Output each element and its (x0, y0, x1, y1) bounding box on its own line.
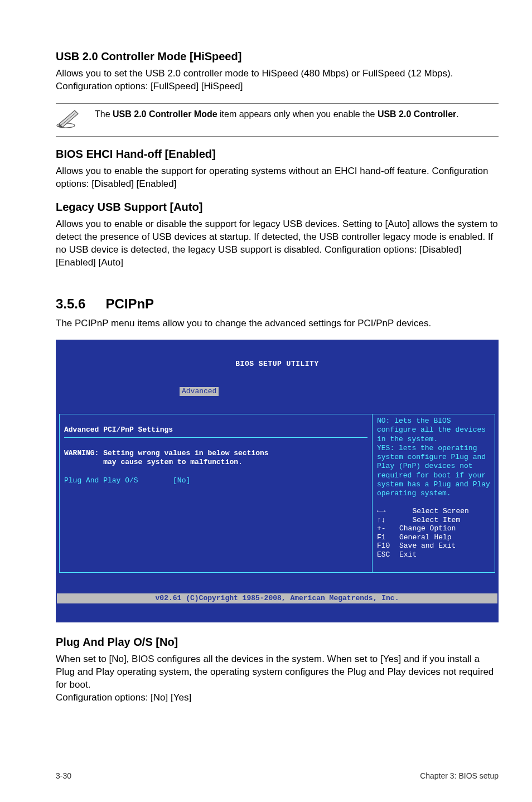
key-select-item: Select Item (412, 516, 460, 524)
bios-screenshot: BIOS SETUP UTILITY Advanced Advanced PCI… (56, 340, 499, 622)
heading-legacy-usb: Legacy USB Support [Auto] (56, 201, 499, 214)
section-title: PCIPnP (105, 296, 154, 312)
page: USB 2.0 Controller Mode [HiSpeed] Allows… (0, 0, 532, 802)
section-intro-pcipnp: The PCIPnP menu items allow you to chang… (56, 317, 499, 330)
divider (56, 136, 499, 137)
bios-footer: v02.61 (C)Copyright 1985-2008, American … (57, 593, 497, 603)
note-text: The USB 2.0 Controller Mode item appears… (95, 107, 459, 120)
divider (64, 437, 367, 438)
heading-plug-and-play: Plug And Play O/S [No] (56, 636, 499, 649)
arrow-left-right-icon (377, 507, 399, 516)
body-legacy-usb: Allows you to enable or disable the supp… (56, 218, 499, 269)
body-plug-and-play: When set to [No], BIOS configures all th… (56, 653, 499, 704)
section-number: 3.5.6 (56, 296, 85, 312)
key-esc: ESC (377, 550, 399, 559)
bios-tabrow: Advanced (57, 387, 497, 396)
key-general-help: General Help (399, 533, 452, 542)
bios-option-label: Plug And Play O/S (64, 476, 138, 485)
note-usb-controller-mode: The USB 2.0 Controller Mode item appears… (56, 103, 499, 137)
key-select-screen: Select Screen (412, 507, 468, 515)
bios-warning-line2: may cause system to malfunction. (64, 458, 243, 466)
chapter-label: Chapter 3: BIOS setup (420, 771, 499, 780)
key-plus-minus: +- (377, 524, 399, 533)
bios-warning-line1: WARNING: Setting wrong values in below s… (64, 449, 269, 457)
note-prefix: The (95, 109, 113, 119)
note-bold2: USB 2.0 Controller (378, 109, 456, 119)
section-heading-pcipnp: 3.5.6 PCIPnP (56, 296, 499, 312)
bios-option-value: [No] (173, 476, 190, 485)
bios-left-panel: Advanced PCI/PnP Settings WARNING: Setti… (59, 414, 373, 573)
bios-key-legend: Select Screen Select Item +-Change Optio… (377, 498, 490, 568)
arrow-up-down-icon (377, 516, 399, 525)
note-mid: item appears only when you enable the (217, 109, 378, 119)
note-bold1: USB 2.0 Controller Mode (113, 109, 217, 119)
pencil-note-icon (56, 107, 81, 132)
heading-bios-ehci: BIOS EHCI Hand-off [Enabled] (56, 148, 499, 161)
key-change-option: Change Option (399, 524, 456, 533)
bios-help-text: NO: lets the BIOS configure all the devi… (377, 417, 490, 498)
key-exit: Exit (399, 550, 417, 559)
key-f1: F1 (377, 533, 399, 542)
page-footer: 3-30 Chapter 3: BIOS setup (56, 771, 499, 780)
bios-heading: Advanced PCI/PnP Settings (64, 426, 173, 434)
bios-right-panel: NO: lets the BIOS configure all the devi… (373, 414, 495, 573)
body-bios-ehci: Allows you to enable the support for ope… (56, 165, 499, 191)
page-number: 3-30 (56, 771, 71, 780)
note-suffix: . (456, 109, 458, 119)
key-save-exit: Save and Exit (399, 542, 456, 550)
bios-title: BIOS SETUP UTILITY (57, 359, 497, 369)
heading-usb-controller-mode: USB 2.0 Controller Mode [HiSpeed] (56, 50, 499, 63)
bios-tab-advanced[interactable]: Advanced (180, 387, 219, 396)
bios-option-plug-play[interactable]: Plug And Play O/S [No] (64, 476, 190, 485)
key-f10: F10 (377, 542, 399, 550)
body-usb-controller-mode: Allows you to set the USB 2.0 controller… (56, 67, 499, 93)
